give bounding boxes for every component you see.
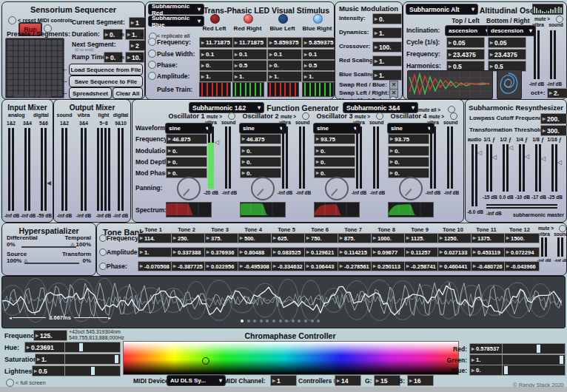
led-phase-value[interactable]: 0.5 [232, 60, 267, 71]
color-picker-field[interactable] [123, 341, 459, 375]
waveform-select[interactable]: sine [165, 123, 212, 134]
preset-cell[interactable] [52, 74, 57, 79]
hue-slider[interactable] [64, 342, 121, 353]
osc-mute-toggle[interactable] [302, 112, 309, 120]
resynth-slider[interactable] [472, 144, 477, 206]
input-level-slider[interactable] [24, 128, 30, 211]
preset-cell[interactable] [24, 51, 30, 56]
page-dot[interactable] [311, 320, 314, 322]
preset-cell[interactable] [30, 57, 35, 62]
preset-cell[interactable] [36, 57, 41, 62]
tone-amplitude-value[interactable]: 0.80488 [238, 247, 273, 257]
preset-cell[interactable] [13, 68, 19, 73]
led-frequency-value[interactable]: 5.859375 [267, 37, 302, 48]
waveform-display[interactable]: ◄ 8.667ms ► [1, 276, 566, 328]
led-frequency-value[interactable]: 11.71875 [199, 37, 234, 48]
tone-phase-value[interactable]: -0.387725 [171, 261, 207, 271]
clear-all-button[interactable]: Clear All [113, 87, 143, 99]
transform-slider[interactable] [24, 263, 79, 264]
blue-routing-select[interactable]: Subharmonic Blue [148, 16, 204, 27]
preset-cell[interactable] [30, 68, 35, 73]
tone-phase-value[interactable]: -0.258741 [404, 261, 440, 271]
sound-slider[interactable] [447, 126, 453, 189]
dynamics-value[interactable]: 1. [372, 27, 402, 38]
preset-cell[interactable] [52, 86, 57, 91]
preset-cell[interactable] [19, 80, 24, 85]
tone-frequency-value[interactable]: 625. [271, 233, 306, 243]
tone-amplitude-value[interactable]: 0.11257 [404, 247, 440, 257]
alt-vibra-slider[interactable] [534, 30, 540, 79]
preset-cell[interactable] [47, 57, 52, 62]
preset-cell[interactable] [13, 51, 19, 56]
preset-cell[interactable] [13, 63, 19, 68]
tone-frequency-value[interactable]: 1125. [404, 233, 440, 243]
tone-amplitude-value[interactable]: 0.376936 [204, 247, 240, 257]
tone-amplitude-value[interactable]: 0.129621 [304, 247, 340, 257]
led-pulse-width-value[interactable]: 0.1 [302, 49, 337, 60]
preset-cell[interactable] [58, 51, 63, 56]
preset-cell[interactable] [30, 74, 35, 79]
page-dot[interactable] [272, 320, 275, 322]
color-picker-selector[interactable] [202, 357, 209, 365]
alt-routing-select[interactable]: Subharmonic Alt [406, 4, 478, 15]
cycle-top-value[interactable]: 0.05 [446, 37, 485, 48]
preset-cell[interactable] [41, 57, 46, 62]
preset-cell[interactable] [7, 57, 13, 62]
inclination-bottom-select[interactable]: descension [487, 25, 536, 36]
sound-slider[interactable] [225, 126, 231, 189]
tone-phase-value[interactable]: -0.495308 [238, 261, 273, 271]
preset-cell[interactable] [30, 80, 35, 85]
page-dots[interactable] [241, 320, 320, 322]
preset-cell[interactable] [36, 74, 41, 79]
tone-amplitude-value[interactable]: 0.114215 [338, 247, 373, 257]
tone-phase-value[interactable]: 0.022956 [204, 261, 240, 271]
osc-modulation-value[interactable]: 0. [240, 146, 281, 156]
preset-cell[interactable] [36, 40, 41, 45]
frequency-bottom-value[interactable]: 23.4375 [488, 49, 526, 60]
blue-slider[interactable] [502, 365, 566, 376]
preset-cell[interactable] [7, 40, 13, 45]
preset-cell[interactable] [13, 46, 19, 51]
preset-cell[interactable] [47, 51, 52, 56]
preset-cell[interactable] [19, 57, 24, 62]
preset-cell[interactable] [47, 80, 52, 85]
tone-bank-sound-slider[interactable] [557, 237, 563, 257]
tone-frequency-value[interactable]: 114. [138, 233, 173, 243]
preset-cell[interactable] [7, 86, 13, 91]
led-phase-value[interactable]: 0. [267, 60, 302, 71]
lightness-value[interactable]: 0.5 [32, 365, 66, 376]
inclination-top-select[interactable]: ascension [445, 25, 492, 36]
resynth-slider[interactable] [486, 144, 492, 192]
preset-cell[interactable] [7, 46, 13, 51]
preset-cell[interactable] [41, 68, 46, 73]
preset-cell[interactable] [52, 63, 57, 68]
slider-handle[interactable] [537, 345, 540, 353]
preset-cell[interactable] [13, 80, 19, 85]
green-value[interactable]: 1. [469, 354, 503, 365]
preset-cell[interactable] [36, 63, 41, 68]
page-dot[interactable] [247, 320, 250, 322]
preset-cell[interactable] [41, 51, 46, 56]
osc-mod-depth-value[interactable]: 0. [388, 157, 429, 167]
frequency-row-toggle[interactable] [99, 234, 107, 242]
preset-cell[interactable] [7, 63, 13, 68]
tone-phase-value[interactable]: -0.278561 [338, 261, 373, 271]
spreadsheet-button[interactable]: Spreadsheet [69, 87, 112, 99]
preset-cell[interactable] [19, 40, 24, 45]
preset-grid[interactable] [5, 38, 64, 98]
tone-frequency-value[interactable]: 750. [304, 233, 340, 243]
phase-row-toggle[interactable] [148, 61, 156, 69]
green-slider[interactable] [502, 354, 566, 365]
osc-modulation-value[interactable]: 0. [166, 146, 207, 156]
preset-cell[interactable] [41, 74, 46, 79]
osc-frequency-value[interactable]: 46.875 [240, 134, 281, 144]
tone-frequency-value[interactable]: 1250. [437, 233, 473, 243]
preset-cell[interactable] [19, 74, 24, 79]
preset-cell[interactable] [36, 80, 41, 85]
page-dot[interactable] [298, 320, 301, 322]
lowpass-value[interactable]: 200. [540, 113, 567, 124]
preset-cell[interactable] [30, 86, 35, 91]
led-amplitude-value[interactable]: 1. [267, 71, 302, 82]
preset-cell[interactable] [7, 68, 13, 73]
tone-phase-value[interactable]: -0.334632 [271, 261, 306, 271]
